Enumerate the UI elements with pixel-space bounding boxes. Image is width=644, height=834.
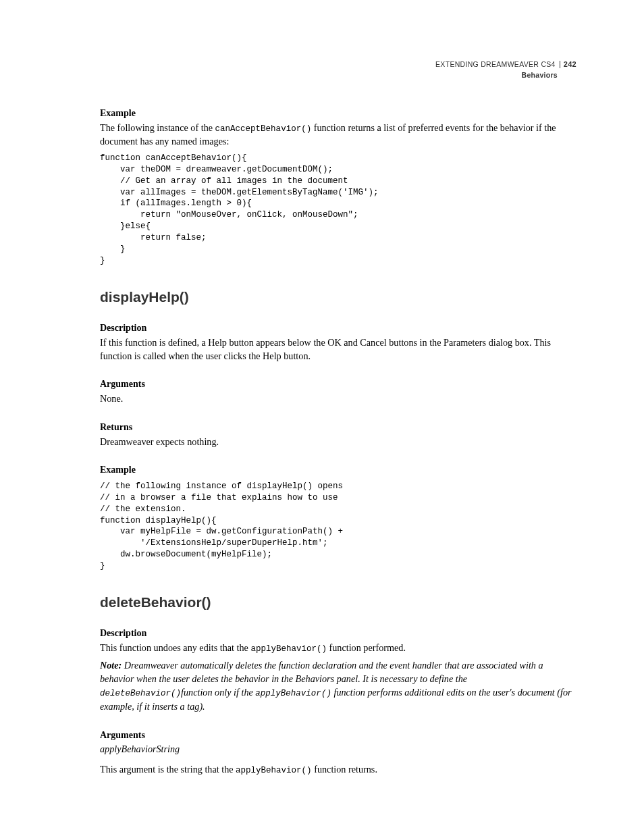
fn-name: applyBehavior()	[255, 689, 331, 698]
arguments-text: None.	[100, 392, 576, 406]
code-block: function canAcceptBehavior(){ var theDOM…	[100, 153, 576, 267]
text: function performed.	[327, 642, 406, 653]
example-intro: The following instance of the canAcceptB…	[100, 122, 576, 149]
note-text: function only if the	[181, 687, 255, 698]
note-paragraph: Note: Dreamweaver automatically deletes …	[100, 659, 576, 713]
description-text: If this function is defined, a Help butt…	[100, 336, 576, 363]
header-separator	[560, 61, 560, 68]
text: This argument is the string that the	[100, 764, 236, 775]
arguments-heading: Arguments	[100, 377, 576, 391]
section-heading-deletebehavior: deleteBehavior()	[100, 592, 576, 612]
example-heading: Example	[100, 463, 576, 477]
text: function returns.	[312, 764, 377, 775]
description-heading: Description	[100, 321, 576, 335]
code-block: // the following instance of displayHelp…	[100, 481, 576, 572]
arguments-heading: Arguments	[100, 729, 576, 742]
argument-description: This argument is the string that the app…	[100, 763, 576, 777]
header-line-1: EXTENDING DREAMWEAVER CS4 242	[435, 59, 576, 70]
fn-name: applyBehavior()	[236, 766, 312, 775]
page-content: Example The following instance of the ca…	[100, 107, 576, 777]
returns-text: Dreamweaver expects nothing.	[100, 436, 576, 449]
fn-name: applyBehavior()	[250, 644, 327, 654]
example-heading: Example	[100, 107, 576, 120]
returns-heading: Returns	[100, 421, 576, 434]
text: The following instance of the	[100, 122, 215, 133]
note-text: Dreamweaver automatically deletes the fu…	[100, 660, 543, 684]
page-number: 242	[564, 59, 576, 70]
description-heading: Description	[100, 627, 576, 640]
page: EXTENDING DREAMWEAVER CS4 242 Behaviors …	[0, 0, 644, 834]
text: This function undoes any edits that the	[100, 642, 250, 653]
argument-name: applyBehaviorString	[100, 743, 576, 756]
fn-name: deleteBehavior()	[100, 689, 181, 698]
doc-section: Behaviors	[435, 70, 576, 80]
doc-title: EXTENDING DREAMWEAVER CS4	[435, 59, 560, 70]
description-text: This function undoes any edits that the …	[100, 642, 576, 656]
fn-name: canAcceptBehavior()	[215, 124, 312, 134]
running-header: EXTENDING DREAMWEAVER CS4 242 Behaviors	[435, 59, 576, 80]
section-heading-displayhelp: displayHelp()	[100, 287, 576, 307]
note-label: Note:	[100, 660, 122, 671]
